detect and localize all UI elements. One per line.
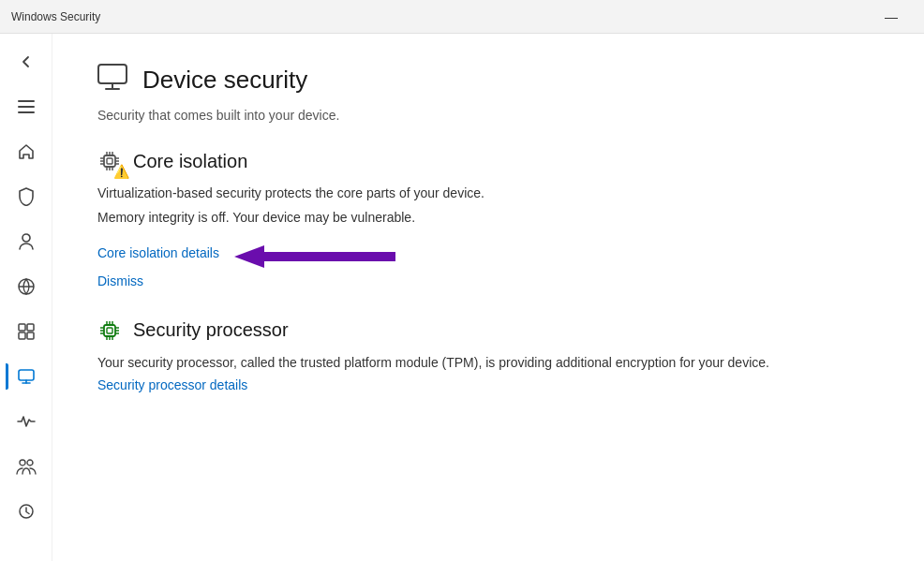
core-isolation-link-row: Core isolation details [97,240,879,273]
security-processor-section: Security processor Your security process… [97,318,879,400]
sidebar-item-family[interactable] [6,446,47,487]
core-isolation-icon: ⚠️ [97,149,122,173]
security-processor-details-link[interactable]: Security processor details [97,377,247,392]
svg-point-3 [22,234,30,242]
window-controls: — [870,2,913,32]
svg-rect-5 [19,324,25,331]
sidebar-item-menu[interactable] [6,86,47,127]
sidebar-item-back[interactable] [6,41,47,82]
svg-rect-30 [107,328,112,333]
core-isolation-warning: Memory integrity is off. Your device may… [97,207,879,228]
core-isolation-details-link[interactable]: Core isolation details [97,245,219,260]
core-isolation-description: Virtualization-based security protects t… [97,183,879,203]
svg-rect-6 [27,324,34,331]
sidebar-item-network[interactable] [6,266,47,307]
security-processor-header: Security processor [97,318,879,343]
titlebar: Windows Security — [0,0,924,34]
security-processor-title: Security processor [133,319,289,341]
svg-rect-15 [107,158,112,164]
sidebar-item-home[interactable] [6,131,47,172]
sidebar-item-health[interactable] [6,401,47,442]
core-isolation-header: ⚠️ Core isolation [97,149,879,173]
core-isolation-title: Core isolation [133,151,247,172]
annotation-arrow [227,240,395,273]
dismiss-link[interactable]: Dismiss [97,273,879,288]
device-security-page-icon [97,64,127,96]
page-header: Device security [97,64,879,96]
main-content: Device security Security that comes buil… [52,34,924,561]
svg-rect-13 [98,65,127,83]
svg-rect-1 [18,106,35,108]
svg-marker-28 [234,245,264,268]
minimize-button[interactable]: — [870,2,913,32]
page-subtitle: Security that comes built into your devi… [97,108,879,123]
app-title: Windows Security [11,10,100,23]
sidebar-item-history[interactable] [6,491,47,532]
sidebar-item-virus-threat[interactable] [6,176,47,217]
core-isolation-section: ⚠️ Core isolation Virtualization-based s… [97,149,879,288]
svg-point-11 [27,460,33,465]
sidebar [0,34,52,561]
svg-point-10 [20,460,25,465]
svg-rect-8 [27,332,34,339]
sidebar-item-apps[interactable] [6,311,47,352]
app-body: Device security Security that comes buil… [0,34,924,561]
security-processor-icon [97,318,122,343]
svg-rect-0 [18,100,35,102]
svg-rect-2 [18,111,35,113]
warning-badge-icon: ⚠️ [113,164,129,179]
sidebar-item-account[interactable] [6,221,47,262]
security-processor-description: Your security processor, called the trus… [97,352,879,373]
svg-rect-29 [104,325,115,336]
svg-rect-9 [19,370,34,380]
svg-rect-7 [19,332,25,339]
sidebar-item-device-security[interactable] [6,356,47,397]
page-title: Device security [142,66,307,95]
